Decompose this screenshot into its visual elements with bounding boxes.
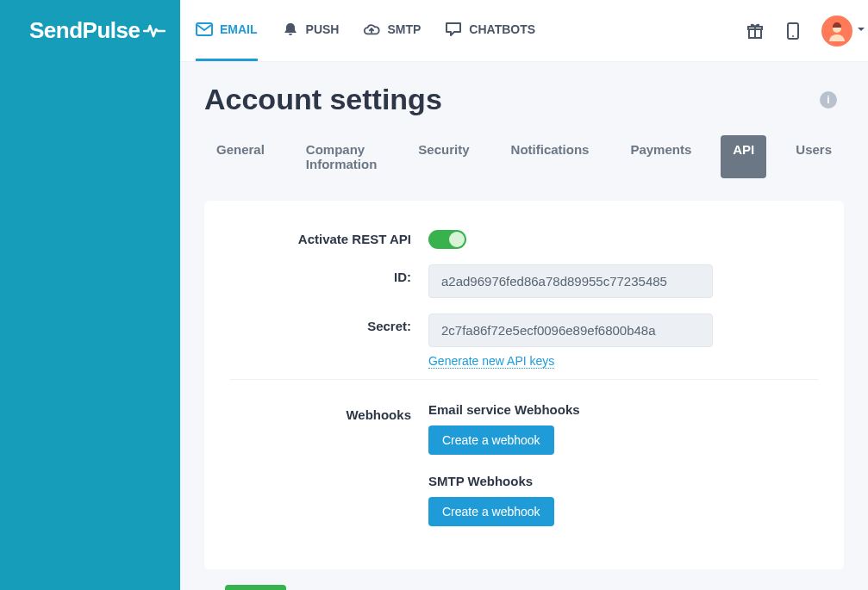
create-smtp-webhook-button[interactable]: Create a webhook [428,497,554,526]
api-secret-label: Secret: [230,314,428,333]
svg-point-4 [792,35,794,37]
bell-icon [282,21,299,38]
page-title: Account settings [204,83,442,116]
info-icon[interactable]: i [820,91,837,109]
nav-push[interactable]: PUSH [282,0,340,61]
webhooks-label: Webhooks [230,402,428,422]
activate-api-label: Activate REST API [230,227,428,246]
activate-api-toggle[interactable] [428,230,466,249]
save-button[interactable]: Save [225,585,286,590]
content-area: Account settings i General Company Infor… [180,62,868,590]
tab-api[interactable]: API [721,135,766,178]
mobile-icon[interactable] [784,22,802,40]
generate-keys-link[interactable]: Generate new API keys [428,354,554,369]
avatar-icon [825,19,849,43]
gift-icon[interactable] [746,22,765,40]
tab-company[interactable]: Company Information [294,135,390,178]
nav-smtp[interactable]: SMTP [363,0,421,61]
nav-label: EMAIL [220,22,258,36]
api-id-field[interactable] [428,264,713,298]
divider [230,379,818,380]
tab-payments[interactable]: Payments [618,135,703,178]
chat-icon [445,21,462,38]
nav-chatbots[interactable]: CHATBOTS [445,0,535,61]
avatar-menu[interactable] [821,16,852,47]
pulse-icon [143,22,165,40]
sidebar: SendPulse [0,0,180,590]
brand-name: SendPulse [29,17,140,44]
tab-users[interactable]: Users [784,135,844,178]
nav-label: CHATBOTS [469,22,535,36]
nav-label: SMTP [387,22,421,36]
topbar: EMAIL PUSH SMTP [180,0,868,62]
nav-email[interactable]: EMAIL [196,0,258,61]
tab-notifications[interactable]: Notifications [499,135,602,178]
api-settings-card: Activate REST API ID: Secret: Genera [204,201,844,569]
top-nav: EMAIL PUSH SMTP [196,0,535,61]
tab-security[interactable]: Security [406,135,481,178]
topbar-right [746,16,852,47]
email-icon [196,21,213,38]
smtp-webhooks-title: SMTP Webhooks [428,474,818,488]
api-id-label: ID: [230,264,428,284]
tab-general[interactable]: General [204,135,277,178]
brand-logo[interactable]: SendPulse [29,17,180,44]
cloud-icon [363,21,380,38]
create-email-webhook-button[interactable]: Create a webhook [428,425,554,455]
api-secret-field[interactable] [428,314,713,347]
settings-tabs: General Company Information Security Not… [204,135,844,178]
nav-label: PUSH [306,22,340,36]
email-webhooks-title: Email service Webhooks [428,402,818,417]
